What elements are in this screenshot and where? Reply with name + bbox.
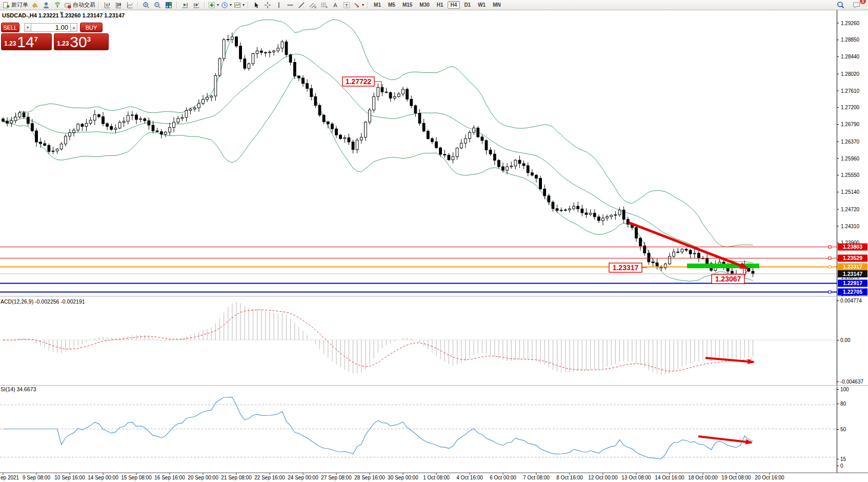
svg-text:24 Sep 00:00: 24 Sep 00:00 — [288, 475, 318, 480]
chart-canvas[interactable]: 1.292601.288501.284401.280201.276101.272… — [0, 0, 868, 482]
timeframe-m1[interactable]: M1 — [371, 1, 384, 9]
tile-windows-icon — [165, 2, 172, 9]
periods-button[interactable]: ▾ — [220, 1, 233, 10]
horizontal-line-button[interactable] — [285, 1, 296, 10]
svg-text:1.22705: 1.22705 — [843, 289, 862, 295]
chat-button[interactable]: 1 — [851, 1, 862, 10]
arrows-icon — [353, 2, 360, 9]
volume-down-button[interactable]: ▾ — [24, 23, 31, 32]
svg-text:1.27610: 1.27610 — [841, 88, 860, 94]
cursor-icon — [253, 2, 260, 9]
chart-candles-button[interactable] — [113, 1, 124, 10]
paint-bucket-button[interactable] — [29, 1, 41, 10]
timeframe-m5[interactable]: M5 — [385, 1, 398, 9]
chart-title: USDCAD-,H4 1.23221 1.23260 1.23147 1.231… — [2, 12, 125, 18]
svg-text:21 Sep 08:00: 21 Sep 08:00 — [221, 475, 252, 480]
crosshair-button[interactable] — [262, 1, 273, 10]
chart-bars-button[interactable] — [102, 1, 113, 10]
tile-windows-button[interactable] — [163, 1, 174, 10]
cursor-button[interactable] — [251, 1, 262, 10]
arrows-button[interactable]: ▾ — [352, 1, 365, 10]
templates-button[interactable]: ▾ — [233, 1, 246, 10]
toolbar: 新订单 自动交易 — [0, 0, 868, 10]
svg-text:1.28440: 1.28440 — [841, 54, 860, 59]
chat-badge: 1 — [859, 0, 866, 5]
chart-shift-button[interactable] — [191, 1, 202, 10]
vertical-line-button[interactable] — [273, 1, 285, 10]
indicators-caret-icon: ▾ — [217, 3, 219, 7]
fibonacci-button[interactable]: F — [318, 1, 330, 10]
sell-price-box[interactable]: 1.23 14 7 — [1, 33, 52, 50]
one-click-prices: 1.23 14 7 1.23 30 3 — [1, 33, 110, 50]
signal-button[interactable] — [52, 1, 63, 10]
chart-candles-icon — [115, 2, 122, 9]
volume-input[interactable] — [31, 23, 70, 32]
svg-text:1.25140: 1.25140 — [841, 189, 860, 195]
timeframe-m15[interactable]: M15 — [399, 1, 415, 9]
new-order-button[interactable]: 新订单 — [2, 1, 29, 10]
timeframe-mn[interactable]: MN — [490, 1, 504, 9]
buy-price-box[interactable]: 1.23 30 3 — [54, 33, 109, 50]
channel-button[interactable]: E — [307, 1, 318, 10]
text-label-icon: T — [343, 2, 350, 9]
svg-text:1.23529: 1.23529 — [843, 255, 862, 261]
svg-text:1.23803: 1.23803 — [843, 244, 862, 250]
svg-text:10 Sep 16:00: 10 Sep 16:00 — [54, 475, 85, 480]
autotrading-button[interactable]: 自动交易 — [63, 1, 96, 10]
sell-button[interactable]: SELL — [1, 23, 19, 32]
trendline-button[interactable] — [296, 1, 307, 10]
svg-text:1.22917: 1.22917 — [843, 280, 862, 286]
zoom-in-icon — [143, 2, 150, 9]
svg-text:1 Oct 08:00: 1 Oct 08:00 — [423, 475, 450, 480]
timeframe-h1[interactable]: H1 — [434, 1, 447, 9]
templates-caret-icon: ▾ — [243, 3, 245, 7]
indicators-button[interactable]: ▾ — [207, 1, 220, 10]
zoom-out-button[interactable] — [152, 1, 163, 10]
timeframe-d1[interactable]: D1 — [461, 1, 474, 9]
buy-button[interactable]: BUY — [80, 23, 103, 32]
toolbar-separator — [248, 2, 249, 9]
svg-text:80: 80 — [840, 401, 846, 407]
text-icon: A — [332, 2, 339, 9]
svg-text:0: 0 — [840, 463, 843, 469]
svg-text:7 Oct 08:00: 7 Oct 08:00 — [523, 475, 550, 480]
horizontal-line-icon — [287, 2, 294, 9]
search-button[interactable] — [835, 1, 846, 10]
timeframe-m30[interactable]: M30 — [416, 1, 432, 9]
svg-text:E: E — [314, 6, 316, 9]
caret-up-icon: ▴ — [73, 25, 75, 30]
autoscroll-button[interactable] — [179, 1, 191, 10]
svg-text:50: 50 — [840, 427, 846, 432]
svg-text:15: 15 — [840, 456, 846, 462]
timeframe-h4[interactable]: H4 — [448, 1, 460, 9]
toolbar-separator — [204, 2, 205, 9]
svg-text:0.00: 0.00 — [840, 337, 851, 343]
svg-text:A: A — [333, 2, 337, 8]
toolbar-separator — [98, 2, 99, 9]
price-callout-text: 1.23067 — [715, 275, 741, 283]
svg-text:1.24720: 1.24720 — [841, 207, 860, 212]
text-label-button[interactable]: T — [341, 1, 352, 10]
text-button[interactable]: A — [330, 1, 341, 10]
svg-text:1.23317: 1.23317 — [843, 264, 862, 270]
zoom-in-button[interactable] — [140, 1, 152, 10]
volume-up-button[interactable]: ▴ — [70, 23, 77, 32]
svg-text:28 Sep 16:00: 28 Sep 16:00 — [354, 475, 385, 480]
support-highlight-bar — [687, 264, 759, 268]
svg-text:19 Oct 08:00: 19 Oct 08:00 — [721, 475, 751, 480]
buy-price-sup: 3 — [87, 35, 91, 43]
svg-text:0.004774: 0.004774 — [840, 298, 862, 304]
chart-line-button[interactable] — [124, 1, 135, 10]
one-click-row: SELL ▾ ▴ BUY — [1, 23, 110, 32]
autotrading-label: 自动交易 — [73, 1, 95, 9]
vertical-line-icon — [275, 2, 282, 9]
svg-text:14 Sep 00:00: 14 Sep 00:00 — [88, 475, 118, 480]
arrows-caret-icon: ▾ — [362, 3, 364, 7]
timeframe-w1[interactable]: W1 — [475, 1, 489, 9]
svg-text:12 Oct 00:00: 12 Oct 00:00 — [588, 475, 618, 480]
chart-bars-icon — [104, 2, 111, 9]
profile-button[interactable] — [41, 1, 52, 10]
svg-text:4 Oct 16:00: 4 Oct 16:00 — [456, 475, 483, 480]
svg-text:30 Sep 00:00: 30 Sep 00:00 — [388, 475, 418, 480]
new-order-label: 新订单 — [11, 1, 28, 9]
